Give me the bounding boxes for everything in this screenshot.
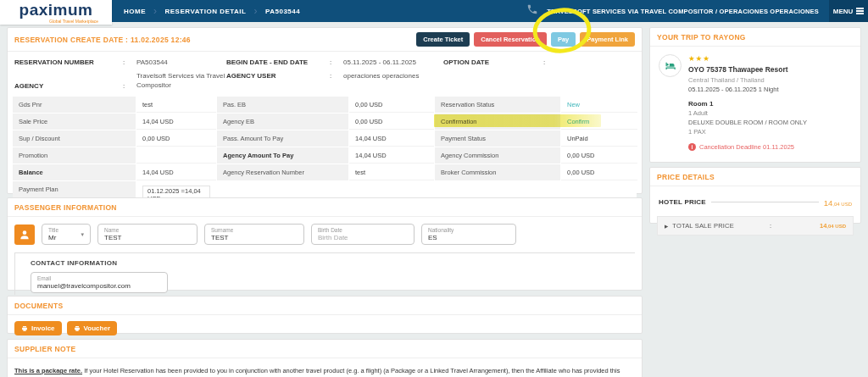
menu-button[interactable]: MENU [829,0,868,22]
expand-triangle-icon: ▶ [665,224,668,229]
reservation-number-label: RESERVATION NUMBER [14,58,123,66]
room-occupancy: 1 Adult [688,109,807,117]
supplier-note-body: If your Hotel Reservation has been provi… [14,367,620,377]
total-sale-price-value: 14,04 USD [820,222,846,230]
table-value: 0,00 USD [349,97,434,113]
payment-status-value: UnPaid [561,130,637,147]
email-value: manuel@travelcompositor.com [37,282,131,291]
name-label: Name [104,227,121,234]
nationality-value: ES [428,234,453,242]
voucher-button-label: Voucher [84,324,110,332]
invoice-button-label: Invoice [31,324,55,332]
total-sale-price-label: TOTAL SALE PRICE [672,222,734,230]
breadcrumb-home[interactable]: HOME [124,8,146,15]
pay-button[interactable]: Pay [551,32,576,47]
header-spacer [300,0,526,22]
hotel-price-value: 14,04 USD [824,194,852,209]
trip-heading: YOUR TRIP TO RAYONG [657,33,746,42]
colon: : [770,222,771,230]
name-value: TEST [104,234,121,242]
table-label: Promotion [13,147,136,164]
documents-card-header: DOCUMENTS [8,297,642,315]
phone-icon[interactable] [526,3,538,19]
table-label: Agency Commission [435,147,560,164]
reservation-actions: Create Ticket Cancel Reservation Pay Pay… [416,32,635,47]
logo-tagline: Global Travel Marketplace [49,19,98,24]
option-date-label: OPTION DATE [443,58,543,66]
logo-wordmark: paximum [19,2,93,18]
email-field[interactable]: Email manuel@travelcompositor.com [31,272,168,293]
confirm-link[interactable]: Confirm [561,114,637,130]
supplier-note-text: This is a package rate. If your Hotel Re… [8,358,642,377]
agency-user-label: AGENCY USER [226,72,330,80]
breadcrumb-reservation-detail[interactable]: RESERVATION DETAIL [165,8,247,15]
table-label: Agency Amount To Pay [217,147,348,164]
printer-icon [74,325,81,332]
table-label: Confirmation [435,114,560,130]
table-label: Agency EB [217,114,348,130]
birth-date-label: Birth Date [318,227,348,234]
passenger-avatar [14,225,35,245]
chevron-down-icon: ▾ [81,231,84,238]
surname-field[interactable]: Surname TEST [204,224,304,245]
passenger-heading: PASSENGER INFORMATION [14,203,117,212]
surname-label: Surname [211,227,233,234]
nationality-field[interactable]: Nationality ES [421,224,516,245]
table-label: Broker Commission [435,164,560,180]
reservation-create-date: RESERVATION CREATE DATE : 11.02.2025 12:… [14,36,191,44]
chevron-right-icon: › [253,5,258,17]
table-label: Balance [13,164,136,180]
agency-value: Travelsoft Services via Travel Composito… [136,72,226,91]
cancellation-deadline-row: i Cancellation Deadline 01.11.2025 [688,143,807,151]
menu-label: MENU [833,8,854,15]
table-value [136,147,216,164]
email-label: Email [37,275,131,282]
contact-heading: CONTACT INFORMATION [31,259,635,267]
colon: : [543,58,557,66]
agency-user-value: operaciones operaciones [343,72,443,81]
create-ticket-button[interactable]: Create Ticket [416,32,470,47]
birth-date-field[interactable]: Birth Date Birth Date [311,224,415,245]
trip-card-header: YOUR TRIP TO RAYONG [650,28,860,47]
table-value: 14,04 USD [136,114,216,130]
table-value: 14,04 USD [349,147,434,164]
hotel-price-label: HOTEL PRICE [659,198,706,206]
supplier-note-header: SUPPLIER NOTE [8,340,642,358]
table-label: Reservation Status [435,97,560,113]
passenger-card: PASSENGER INFORMATION Title Mr ▾ Name TE… [7,197,643,291]
invoice-button[interactable]: Invoice [14,321,62,335]
reservation-detail-card: RESERVATION CREATE DATE : 11.02.2025 12:… [7,27,643,194]
reservation-summary: RESERVATION NUMBER : PA503544 BEGIN DATE… [8,52,642,95]
supplier-note-card: SUPPLIER NOTE This is a package rate. If… [7,339,643,377]
room-type: DELUXE DOUBLE ROOM / ROOM ONLY [688,119,807,126]
title-select[interactable]: Title Mr ▾ [42,224,91,245]
nationality-label: Nationality [428,227,453,234]
agency-label: AGENCY [14,82,123,90]
table-value: 0,00 USD [349,114,434,130]
passenger-card-header: PASSENGER INFORMATION [8,198,642,217]
room-title: Room 1 [688,100,807,108]
account-name[interactable]: TRAVELSOFT SERVICES VIA TRAVEL COMPOSITO… [547,8,819,15]
hotel-price-row: HOTEL PRICE 14,04 USD [650,186,860,215]
name-field[interactable]: Name TEST [97,224,198,245]
table-value: test [136,97,216,113]
breadcrumb-reservation-id: PA503544 [265,8,300,15]
table-label: Pas. EB [217,97,348,113]
cancel-reservation-button[interactable]: Cancel Reservation [474,32,547,47]
table-label: Gds Pnr [13,97,136,113]
title-label: Title [48,227,58,234]
total-sale-price-row[interactable]: ▶ TOTAL SALE PRICE : 14,04 USD [657,216,854,236]
paximum-logo[interactable]: paximum Global Travel Marketplace [0,0,112,25]
price-details-card: PRICE DETAILS HOTEL PRICE 14,04 USD ▶ TO… [649,167,861,224]
price-details-heading: PRICE DETAILS [657,173,715,181]
chevron-right-icon: › [153,5,158,17]
hotel-location: Central Thailand / Thailand [688,76,807,84]
reservation-status-value: New [561,97,637,113]
hotel-name: OYO 75378 Thawapee Resort [688,65,807,74]
voucher-button[interactable]: Voucher [67,321,117,335]
table-label: Pass. Amount To Pay [217,130,348,147]
documents-card: DOCUMENTS Invoice Voucher [7,296,643,334]
documents-heading: DOCUMENTS [14,302,63,310]
trip-summary-card: YOUR TRIP TO RAYONG ★★★ OYO 75378 Thawap… [649,27,861,163]
payment-link-button[interactable]: Payment Link [580,32,635,47]
